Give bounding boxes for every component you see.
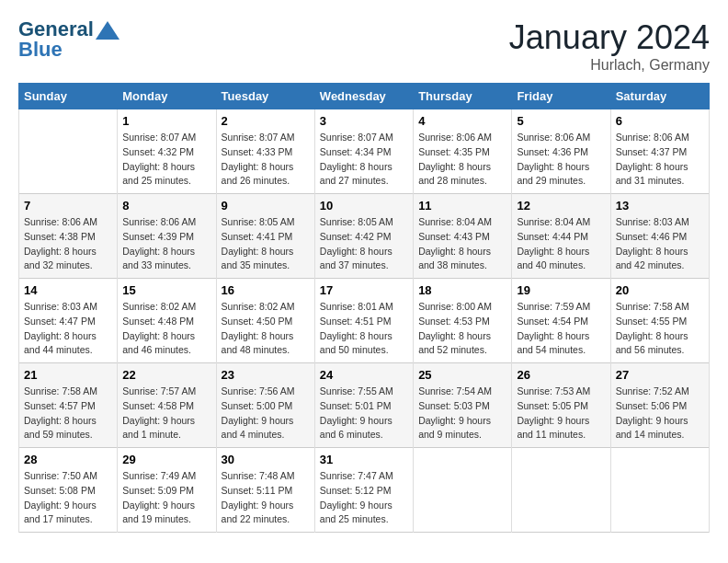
day-detail: Sunrise: 8:06 AM Sunset: 4:37 PM Dayligh… (616, 131, 704, 189)
calendar-cell: 2Sunrise: 8:07 AM Sunset: 4:33 PM Daylig… (216, 109, 314, 194)
day-detail: Sunrise: 7:47 AM Sunset: 5:12 PM Dayligh… (320, 469, 408, 527)
day-number: 27 (616, 368, 704, 382)
calendar-cell: 30Sunrise: 7:48 AM Sunset: 5:11 PM Dayli… (216, 448, 314, 533)
day-number: 14 (24, 283, 112, 297)
logo: General Blue (18, 18, 119, 61)
calendar-cell: 13Sunrise: 8:03 AM Sunset: 4:46 PM Dayli… (610, 194, 709, 279)
day-detail: Sunrise: 8:01 AM Sunset: 4:51 PM Dayligh… (320, 300, 408, 358)
calendar-cell: 25Sunrise: 7:54 AM Sunset: 5:03 PM Dayli… (414, 363, 512, 448)
day-number: 31 (320, 453, 408, 466)
day-detail: Sunrise: 8:06 AM Sunset: 4:39 PM Dayligh… (122, 215, 210, 273)
day-detail: Sunrise: 8:04 AM Sunset: 4:44 PM Dayligh… (517, 215, 605, 273)
column-header-friday: Friday (512, 84, 610, 109)
day-number: 7 (24, 199, 112, 213)
calendar-table: SundayMondayTuesdayWednesdayThursdayFrid… (18, 83, 710, 533)
day-number: 20 (616, 283, 704, 297)
day-detail: Sunrise: 8:02 AM Sunset: 4:48 PM Dayligh… (122, 300, 210, 358)
column-header-monday: Monday (118, 84, 216, 109)
calendar-cell: 29Sunrise: 7:49 AM Sunset: 5:09 PM Dayli… (118, 448, 216, 533)
column-header-wednesday: Wednesday (314, 84, 413, 109)
day-number: 6 (616, 114, 704, 128)
calendar-cell: 18Sunrise: 8:00 AM Sunset: 4:53 PM Dayli… (414, 279, 512, 363)
calendar-cell: 7Sunrise: 8:06 AM Sunset: 4:38 PM Daylig… (19, 194, 118, 279)
calendar-cell: 14Sunrise: 8:03 AM Sunset: 4:47 PM Dayli… (19, 279, 118, 363)
calendar-cell: 4Sunrise: 8:06 AM Sunset: 4:35 PM Daylig… (414, 109, 512, 194)
day-detail: Sunrise: 8:05 AM Sunset: 4:42 PM Dayligh… (320, 215, 408, 273)
calendar-cell: 8Sunrise: 8:06 AM Sunset: 4:39 PM Daylig… (118, 194, 216, 279)
calendar-cell: 22Sunrise: 7:57 AM Sunset: 4:58 PM Dayli… (118, 363, 216, 448)
week-row-2: 7Sunrise: 8:06 AM Sunset: 4:38 PM Daylig… (19, 194, 710, 279)
calendar-cell: 19Sunrise: 7:59 AM Sunset: 4:54 PM Dayli… (512, 279, 610, 363)
calendar-cell: 11Sunrise: 8:04 AM Sunset: 4:43 PM Dayli… (414, 194, 512, 279)
day-detail: Sunrise: 7:55 AM Sunset: 5:01 PM Dayligh… (320, 385, 408, 442)
column-header-sunday: Sunday (19, 84, 118, 109)
column-header-tuesday: Tuesday (216, 84, 314, 109)
day-detail: Sunrise: 8:00 AM Sunset: 4:53 PM Dayligh… (418, 300, 506, 358)
day-detail: Sunrise: 8:07 AM Sunset: 4:32 PM Dayligh… (122, 131, 210, 189)
day-detail: Sunrise: 8:03 AM Sunset: 4:46 PM Dayligh… (616, 215, 704, 273)
calendar-cell: 24Sunrise: 7:55 AM Sunset: 5:01 PM Dayli… (314, 363, 413, 448)
week-row-1: 1Sunrise: 8:07 AM Sunset: 4:32 PM Daylig… (19, 109, 710, 194)
day-number: 26 (517, 368, 605, 382)
day-number: 2 (222, 114, 310, 128)
day-number: 28 (24, 453, 112, 466)
calendar-cell (610, 448, 709, 533)
week-row-3: 14Sunrise: 8:03 AM Sunset: 4:47 PM Dayli… (19, 279, 710, 363)
day-detail: Sunrise: 7:59 AM Sunset: 4:54 PM Dayligh… (517, 300, 605, 358)
day-number: 21 (24, 368, 112, 382)
calendar-cell (414, 448, 512, 533)
day-detail: Sunrise: 8:06 AM Sunset: 4:36 PM Dayligh… (517, 131, 605, 189)
calendar-cell (19, 109, 118, 194)
calendar-cell: 17Sunrise: 8:01 AM Sunset: 4:51 PM Dayli… (314, 279, 413, 363)
column-header-saturday: Saturday (610, 84, 709, 109)
column-header-thursday: Thursday (414, 84, 512, 109)
day-number: 15 (122, 283, 210, 297)
day-number: 16 (222, 283, 310, 297)
calendar-cell: 3Sunrise: 8:07 AM Sunset: 4:34 PM Daylig… (314, 109, 413, 194)
logo-blue: Blue (18, 38, 63, 61)
calendar-cell: 6Sunrise: 8:06 AM Sunset: 4:37 PM Daylig… (610, 109, 709, 194)
day-number: 1 (122, 114, 210, 128)
day-detail: Sunrise: 8:07 AM Sunset: 4:33 PM Dayligh… (222, 131, 310, 189)
calendar-cell: 31Sunrise: 7:47 AM Sunset: 5:12 PM Dayli… (314, 448, 413, 533)
day-detail: Sunrise: 7:54 AM Sunset: 5:03 PM Dayligh… (418, 385, 506, 442)
day-number: 4 (418, 114, 506, 128)
week-row-4: 21Sunrise: 7:58 AM Sunset: 4:57 PM Dayli… (19, 363, 710, 448)
calendar-cell: 28Sunrise: 7:50 AM Sunset: 5:08 PM Dayli… (19, 448, 118, 533)
calendar-cell: 27Sunrise: 7:52 AM Sunset: 5:06 PM Dayli… (610, 363, 709, 448)
calendar-cell: 16Sunrise: 8:02 AM Sunset: 4:50 PM Dayli… (216, 279, 314, 363)
day-detail: Sunrise: 7:58 AM Sunset: 4:55 PM Dayligh… (616, 300, 704, 358)
day-detail: Sunrise: 7:52 AM Sunset: 5:06 PM Dayligh… (616, 385, 704, 442)
day-number: 12 (517, 199, 605, 213)
day-number: 10 (320, 199, 408, 213)
day-number: 8 (122, 199, 210, 213)
location: Hurlach, Germany (509, 57, 710, 74)
day-number: 11 (418, 199, 506, 213)
calendar-cell: 23Sunrise: 7:56 AM Sunset: 5:00 PM Dayli… (216, 363, 314, 448)
day-number: 9 (222, 199, 310, 213)
calendar-cell: 15Sunrise: 8:02 AM Sunset: 4:48 PM Dayli… (118, 279, 216, 363)
day-detail: Sunrise: 7:58 AM Sunset: 4:57 PM Dayligh… (24, 385, 112, 442)
week-row-5: 28Sunrise: 7:50 AM Sunset: 5:08 PM Dayli… (19, 448, 710, 533)
day-detail: Sunrise: 7:53 AM Sunset: 5:05 PM Dayligh… (517, 385, 605, 442)
calendar-cell (512, 448, 610, 533)
calendar-cell: 26Sunrise: 7:53 AM Sunset: 5:05 PM Dayli… (512, 363, 610, 448)
day-number: 22 (122, 368, 210, 382)
calendar-body: 1Sunrise: 8:07 AM Sunset: 4:32 PM Daylig… (19, 109, 710, 533)
day-number: 5 (517, 114, 605, 128)
day-number: 23 (222, 368, 310, 382)
day-detail: Sunrise: 8:07 AM Sunset: 4:34 PM Dayligh… (320, 131, 408, 189)
page-header: General Blue January 2024 Hurlach, Germa… (18, 18, 710, 74)
day-detail: Sunrise: 8:06 AM Sunset: 4:38 PM Dayligh… (24, 215, 112, 273)
day-number: 17 (320, 283, 408, 297)
calendar-cell: 10Sunrise: 8:05 AM Sunset: 4:42 PM Dayli… (314, 194, 413, 279)
day-number: 25 (418, 368, 506, 382)
day-detail: Sunrise: 7:48 AM Sunset: 5:11 PM Dayligh… (222, 469, 310, 527)
svg-marker-0 (96, 21, 119, 40)
day-detail: Sunrise: 8:06 AM Sunset: 4:35 PM Dayligh… (418, 131, 506, 189)
day-number: 13 (616, 199, 704, 213)
calendar-cell: 9Sunrise: 8:05 AM Sunset: 4:41 PM Daylig… (216, 194, 314, 279)
day-detail: Sunrise: 8:03 AM Sunset: 4:47 PM Dayligh… (24, 300, 112, 358)
calendar-cell: 21Sunrise: 7:58 AM Sunset: 4:57 PM Dayli… (19, 363, 118, 448)
day-number: 30 (222, 453, 310, 466)
